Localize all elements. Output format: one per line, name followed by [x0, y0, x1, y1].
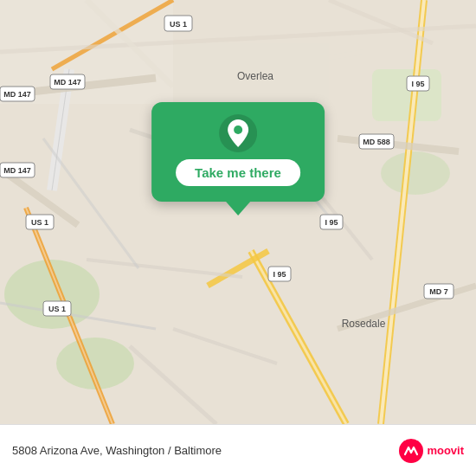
- address-text: 5808 Arizona Ave, Washington / Baltimore: [12, 444, 222, 457]
- svg-text:US 1: US 1: [170, 20, 187, 29]
- take-me-there-button[interactable]: Take me there: [176, 159, 300, 186]
- svg-text:US 1: US 1: [48, 305, 66, 313]
- svg-text:I 95: I 95: [273, 270, 286, 279]
- svg-text:Overlea: Overlea: [237, 70, 273, 82]
- svg-point-58: [234, 125, 242, 134]
- svg-text:US 1: US 1: [31, 218, 48, 227]
- svg-text:Rosedale: Rosedale: [342, 318, 386, 330]
- popup-tail: [226, 202, 250, 215]
- svg-text:I 95: I 95: [325, 218, 338, 227]
- popup-box: Take me there: [151, 102, 325, 202]
- bottom-bar: 5808 Arizona Ave, Washington / Baltimore…: [0, 424, 476, 476]
- moovit-text: moovit: [427, 444, 464, 457]
- location-pin-icon: [219, 114, 257, 152]
- svg-text:MD 147: MD 147: [3, 166, 31, 175]
- moovit-logo: moovit: [399, 439, 464, 463]
- map-container: US 1 MD 147 MD 147 MD 147 US 1 US 1 MD 5…: [0, 0, 476, 424]
- popup-card: Take me there: [151, 102, 325, 215]
- svg-text:MD 147: MD 147: [54, 78, 81, 87]
- svg-text:MD 588: MD 588: [363, 138, 390, 146]
- svg-point-4: [381, 151, 450, 195]
- moovit-icon: [399, 439, 423, 463]
- svg-text:MD 147: MD 147: [3, 90, 31, 99]
- svg-text:MD 7: MD 7: [429, 287, 448, 296]
- svg-text:I 95: I 95: [411, 80, 424, 88]
